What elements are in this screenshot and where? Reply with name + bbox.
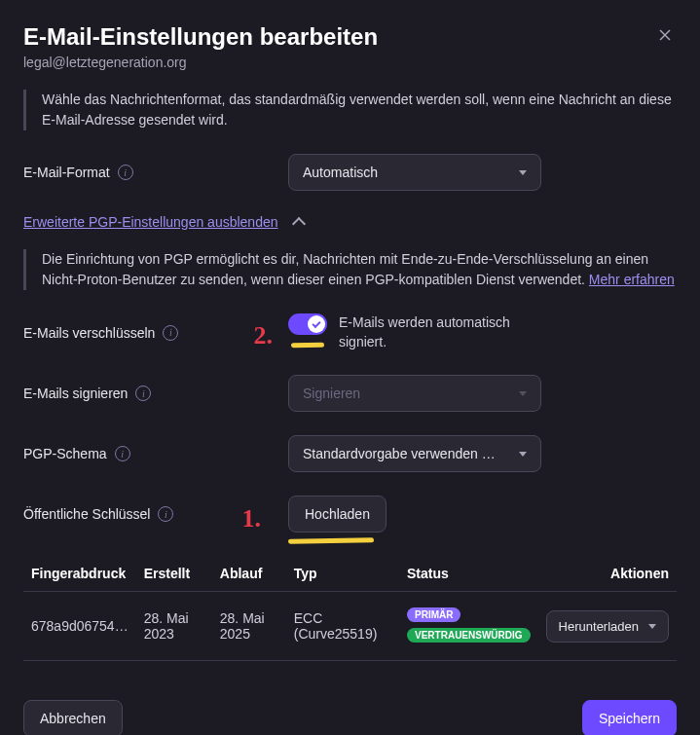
pubkey-label: Öffentliche Schlüssel <box>23 506 150 522</box>
sign-value: Signieren <box>303 386 360 401</box>
learn-more-link[interactable]: Mehr erfahren <box>589 272 675 287</box>
chevron-down-icon <box>519 452 527 457</box>
annotation-underline-1 <box>288 537 374 544</box>
modal-footer: Abbrechen Speichern <box>23 700 677 735</box>
th-expires: Ablauf <box>212 556 286 592</box>
email-settings-modal: E-Mail-Einstellungen bearbeiten legal@le… <box>0 0 700 735</box>
encrypt-label-col: E-Mails verschlüsseln i 2. <box>23 325 276 341</box>
cancel-button[interactable]: Abbrechen <box>23 700 123 735</box>
collapse-pgp-link[interactable]: Erweiterte PGP-Einstellungen ausblenden <box>23 214 677 230</box>
encrypt-toggle-group: E-Mails werden automatisch signiert. <box>288 313 534 351</box>
check-icon <box>312 318 320 327</box>
th-type: Typ <box>286 556 399 592</box>
title-block: E-Mail-Einstellungen bearbeiten legal@le… <box>23 23 653 70</box>
collapse-label: Erweiterte PGP-Einstellungen ausblenden <box>23 214 278 230</box>
th-status: Status <box>399 556 538 592</box>
schema-row: PGP-Schema i Standardvorgabe verwenden … <box>23 435 677 472</box>
badge-primary: PRIMÄR <box>407 607 461 622</box>
close-icon <box>657 27 673 43</box>
info-icon[interactable]: i <box>135 386 151 401</box>
pgp-info: Die Einrichtung von PGP ermöglicht es di… <box>23 249 677 290</box>
close-button[interactable] <box>653 23 677 50</box>
th-fingerprint: Fingerabdruck <box>23 556 136 592</box>
format-info: Wähle das Nachrichtenformat, das standar… <box>23 90 677 130</box>
encrypt-row: E-Mails verschlüsseln i 2. E-Mails werde… <box>23 313 677 351</box>
schema-label: PGP-Schema <box>23 446 107 461</box>
toggle-knob <box>308 315 325 333</box>
cell-expires: 28. Mai 2025 <box>212 592 286 661</box>
chevron-up-icon <box>291 217 305 231</box>
table-row: 678a9d06754… 28. Mai 2023 28. Mai 2025 E… <box>23 592 677 661</box>
email-address: legal@letztegeneration.org <box>23 55 653 70</box>
download-button[interactable]: Herunterladen <box>546 610 669 643</box>
sign-select: Signieren <box>288 375 541 412</box>
badge-trusted: VERTRAUENSWÜRDIG <box>407 628 531 643</box>
modal-header: E-Mail-Einstellungen bearbeiten legal@le… <box>23 23 677 70</box>
annotation-underline-2 <box>291 343 324 349</box>
info-icon[interactable]: i <box>115 446 130 461</box>
schema-value: Standardvorgabe verwenden … <box>303 446 496 461</box>
info-icon[interactable]: i <box>158 506 173 522</box>
chevron-down-icon <box>519 170 527 175</box>
chevron-down-icon <box>519 391 527 396</box>
format-value: Automatisch <box>303 165 378 180</box>
annotation-2: 2. <box>254 321 274 350</box>
cell-fingerprint: 678a9d06754… <box>23 592 136 661</box>
schema-select[interactable]: Standardvorgabe verwenden … <box>288 435 541 472</box>
encrypt-label: E-Mails verschlüsseln <box>23 325 155 341</box>
table-header-row: Fingerabdruck Erstellt Ablauf Typ Status… <box>23 556 677 592</box>
chevron-down-icon <box>648 624 656 629</box>
pubkey-label-col: Öffentliche Schlüssel i 1. <box>23 506 276 522</box>
cell-actions: Herunterladen <box>538 592 677 661</box>
pgp-info-text: Die Einrichtung von PGP ermöglicht es di… <box>42 251 648 287</box>
format-label: E-Mail-Format <box>23 165 110 180</box>
modal-title: E-Mail-Einstellungen bearbeiten <box>23 23 653 51</box>
download-label: Herunterladen <box>559 619 639 634</box>
pubkey-row: Öffentliche Schlüssel i 1. Hochladen <box>23 496 677 533</box>
sign-label-col: E-Mails signieren i <box>23 386 276 401</box>
save-button[interactable]: Speichern <box>582 700 677 735</box>
encrypt-toggle[interactable] <box>288 313 327 335</box>
cell-created: 28. Mai 2023 <box>136 592 212 661</box>
cell-type: ECC (Curve25519) <box>286 592 399 661</box>
schema-label-col: PGP-Schema i <box>23 446 276 461</box>
encrypt-desc: E-Mails werden automatisch signiert. <box>339 313 534 351</box>
cell-status: PRIMÄR VERTRAUENSWÜRDIG <box>399 592 538 661</box>
format-label-col: E-Mail-Format i <box>23 165 276 180</box>
sign-label: E-Mails signieren <box>23 386 128 401</box>
annotation-1: 1. <box>242 504 262 533</box>
format-select[interactable]: Automatisch <box>288 154 541 191</box>
info-icon[interactable]: i <box>118 165 133 180</box>
keys-table: Fingerabdruck Erstellt Ablauf Typ Status… <box>23 556 677 661</box>
th-actions: Aktionen <box>538 556 677 592</box>
info-icon[interactable]: i <box>163 325 178 341</box>
format-row: E-Mail-Format i Automatisch <box>23 154 677 191</box>
sign-row: E-Mails signieren i Signieren <box>23 375 677 412</box>
th-created: Erstellt <box>136 556 212 592</box>
upload-button[interactable]: Hochladen <box>288 496 387 533</box>
